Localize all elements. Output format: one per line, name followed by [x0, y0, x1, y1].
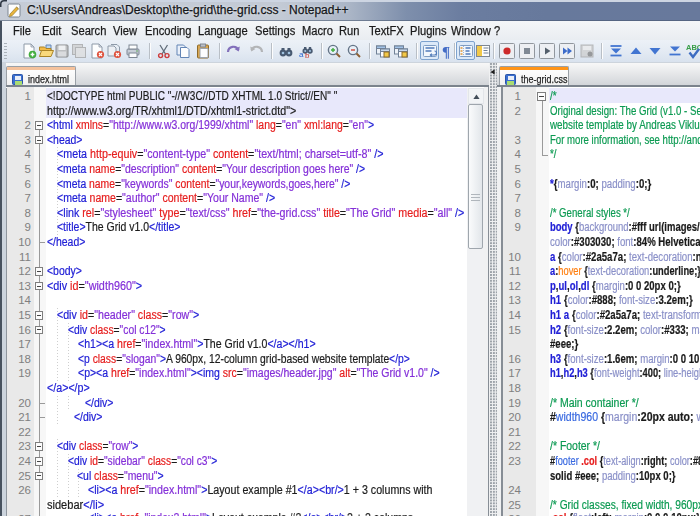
svg-text:a: a: [299, 50, 304, 59]
svg-text:¶: ¶: [442, 44, 450, 60]
svg-text:b: b: [305, 51, 310, 59]
